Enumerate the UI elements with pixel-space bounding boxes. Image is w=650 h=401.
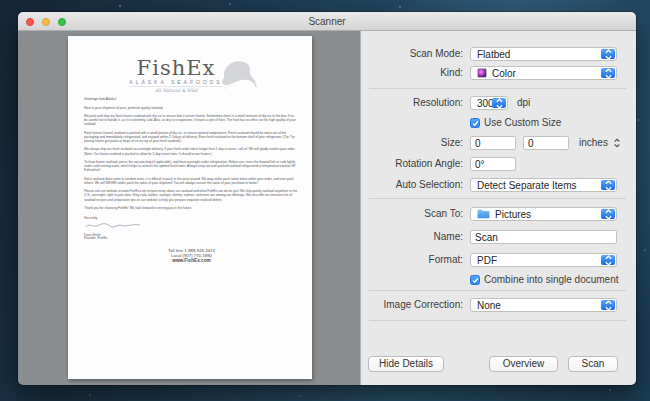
logo-subtitle: ALASKA SEAFOODS <box>129 79 222 87</box>
image-correction-popup[interactable]: None <box>470 298 617 312</box>
divider <box>369 320 626 321</box>
letter-paragraph: Please visit our website at www.FishEx.c… <box>84 189 299 202</box>
resolution-row: Resolution: 300 dpi <box>361 96 636 110</box>
rotation-angle-field[interactable] <box>470 157 516 171</box>
size-unit-selector[interactable]: inches <box>579 136 620 150</box>
image-correction-label: Image Correction: <box>361 298 463 312</box>
name-field[interactable] <box>470 230 617 244</box>
minimize-window-button[interactable] <box>42 18 50 26</box>
divider <box>369 88 626 89</box>
format-label: Format: <box>361 253 463 267</box>
scan-preview-area[interactable]: FishEx ALASKA SEAFOODS All Natural & Wil… <box>18 31 360 385</box>
use-custom-size-checkbox[interactable] <box>470 118 480 128</box>
popup-stepper-icon <box>601 300 615 310</box>
letter-paragraph: We pack and ship our flash-frozen seafoo… <box>84 114 299 127</box>
close-window-button[interactable] <box>26 18 34 26</box>
kind-label: Kind: <box>361 66 463 80</box>
rotation-angle-row: Rotation Angle: <box>361 157 636 171</box>
unit-stepper-icon <box>614 138 620 148</box>
kind-value: Color <box>492 68 516 79</box>
scanner-window: Scanner FishEx ALASKA SEAFOODS All Natur… <box>18 12 636 385</box>
scan-button[interactable]: Scan <box>568 356 618 372</box>
name-label: Name: <box>361 230 463 244</box>
scanned-document-preview[interactable]: FishEx ALASKA SEAFOODS All Natural & Wil… <box>68 36 312 379</box>
auto-selection-popup[interactable]: Detect Separate Items <box>470 178 617 192</box>
format-popup[interactable]: PDF <box>470 253 617 267</box>
use-custom-size-label: Use Custom Size <box>484 116 561 130</box>
resolution-popup[interactable]: 300 <box>470 96 508 110</box>
scan-to-label: Scan To: <box>361 207 463 221</box>
scan-mode-value: Flatbed <box>477 49 510 60</box>
scan-mode-label: Scan Mode: <box>361 47 463 61</box>
scan-mode-row: Scan Mode: Flatbed <box>361 47 636 61</box>
combine-row: Combine into single document <box>361 273 636 287</box>
combine-label: Combine into single document <box>484 273 619 287</box>
name-row: Name: <box>361 230 636 244</box>
window-title: Scanner <box>18 12 636 31</box>
scan-to-value: Pictures <box>495 209 531 220</box>
title-bar[interactable]: Scanner <box>18 12 636 31</box>
fishex-logo-text: FishEx <box>129 58 222 78</box>
rotation-angle-label: Rotation Angle: <box>361 157 463 171</box>
letter-footer: Toll free 1-888-926-3474 Local (907) 770… <box>84 247 299 262</box>
popup-stepper-icon <box>492 98 506 108</box>
zoom-window-button[interactable] <box>58 18 66 26</box>
color-photo-icon <box>477 68 487 78</box>
kind-row: Kind: Color <box>361 66 636 80</box>
scan-to-popup[interactable]: Pictures <box>470 207 617 221</box>
popup-stepper-icon <box>601 209 615 219</box>
letter-paragraph: Greetings from Alaska! <box>84 97 299 101</box>
letter-paragraph: To thaw frozen seafood, pierce the vacuu… <box>84 160 299 173</box>
auto-selection-row: Auto Selection: Detect Separate Items <box>361 178 636 192</box>
popup-stepper-icon <box>601 255 615 265</box>
scan-mode-popup[interactable]: Flatbed <box>470 47 617 61</box>
size-row: Size: inches <box>361 136 636 150</box>
size-height-field[interactable] <box>523 136 569 150</box>
letter-paragraph: Here is your shipment of pure, premium q… <box>84 105 299 109</box>
letter-paragraph: Since seafood does come in random sizes,… <box>84 176 299 185</box>
scan-settings-panel: Scan Mode: Flatbed Kind: Color Resolutio… <box>360 31 636 385</box>
letter-paragraph: We always ship our fresh seafood via ove… <box>84 147 299 156</box>
hide-details-button[interactable]: Hide Details <box>368 356 444 372</box>
popup-stepper-icon <box>601 49 615 59</box>
letter-closing: Sincerely, <box>84 216 299 220</box>
image-correction-value: None <box>477 300 501 311</box>
folder-icon <box>477 209 490 219</box>
dpi-unit-label: dpi <box>517 96 530 110</box>
format-row: Format: PDF <box>361 253 636 267</box>
combine-checkbox[interactable] <box>470 275 480 285</box>
letter-logo: FishEx ALASKA SEAFOODS All Natural & Wil… <box>89 58 299 93</box>
scan-to-row: Scan To: Pictures <box>361 207 636 221</box>
popup-stepper-icon <box>601 180 615 190</box>
alaska-map-icon <box>221 59 259 91</box>
divider <box>369 290 626 291</box>
size-unit-label: inches <box>579 137 608 148</box>
signature-scribble <box>84 221 144 229</box>
popup-stepper-icon <box>601 68 615 78</box>
overview-button[interactable]: Overview <box>489 356 558 372</box>
kind-popup[interactable]: Color <box>470 66 617 80</box>
size-width-field[interactable] <box>470 136 516 150</box>
image-correction-row: Image Correction: None <box>361 298 636 312</box>
resolution-label: Resolution: <box>361 96 463 110</box>
logo-tagline: All Natural & Wild <box>129 88 222 93</box>
auto-selection-label: Auto Selection: <box>361 178 463 192</box>
website-line: www.FishEx.com <box>84 257 299 262</box>
auto-selection-value: Detect Separate Items <box>477 180 577 191</box>
use-custom-size-row: Use Custom Size <box>361 116 636 130</box>
divider <box>369 198 626 199</box>
signature-title: Founder, FishEx <box>84 236 299 240</box>
format-value: PDF <box>477 255 497 266</box>
size-label: Size: <box>361 136 463 150</box>
letter-paragraph: Fresh (never-frozen) seafood is packed w… <box>84 130 299 143</box>
letter-paragraph: Thank you for choosing FishEx! We look f… <box>84 206 299 210</box>
